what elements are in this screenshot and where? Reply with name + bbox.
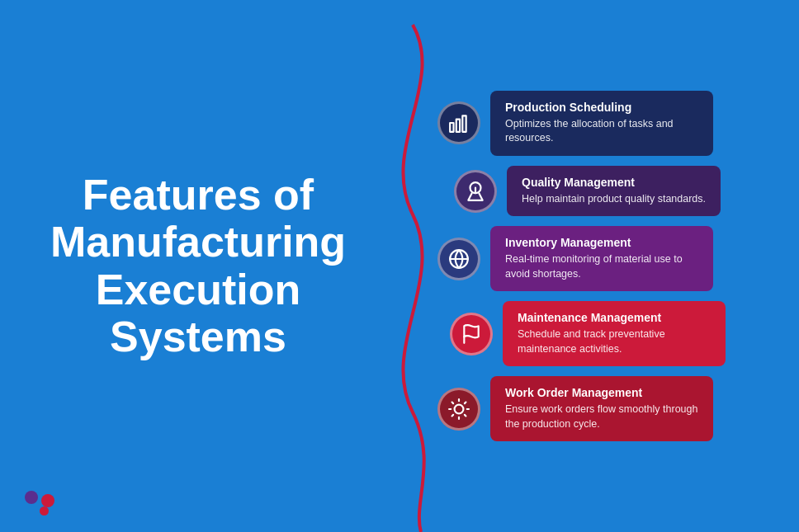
feature-item-inventory-management: Inventory Management Real-time monitorin… [396, 226, 799, 291]
inventory-management-icon [437, 238, 480, 280]
work-order-management-desc: Ensure work orders flow smoothly through… [505, 403, 698, 431]
work-order-management-title: Work Order Management [505, 386, 698, 399]
quality-management-desc: Help maintain product quality standards. [522, 192, 706, 207]
feature-item-maintenance-management: Maintenance Management Schedule and trac… [396, 301, 799, 366]
page-title: Features of Manufacturing Execution Syst… [41, 172, 355, 360]
quality-management-card: Quality Management Help maintain product… [507, 166, 721, 217]
quality-management-icon [454, 170, 497, 213]
maintenance-management-icon [450, 313, 493, 355]
svg-point-8 [455, 404, 464, 413]
features-list: Production Scheduling Optimizes the allo… [396, 74, 799, 459]
svg-rect-2 [462, 116, 466, 133]
inventory-management-title: Inventory Management [505, 236, 698, 249]
production-scheduling-card: Production Scheduling Optimizes the allo… [490, 91, 713, 156]
quality-management-title: Quality Management [522, 176, 706, 189]
feature-item-production-scheduling: Production Scheduling Optimizes the allo… [396, 91, 799, 156]
svg-rect-0 [450, 123, 453, 132]
left-section: Features of Manufacturing Execution Syst… [0, 139, 396, 393]
logo-circle-red-large [41, 494, 54, 507]
svg-line-16 [465, 402, 466, 403]
svg-line-12 [465, 415, 466, 417]
maintenance-management-title: Maintenance Management [518, 311, 711, 324]
logo-circle-red-small [40, 506, 49, 516]
feature-item-work-order-management: Work Order Management Ensure work orders… [396, 376, 799, 441]
work-order-management-icon [437, 388, 480, 431]
maintenance-management-desc: Schedule and track preventative maintena… [518, 327, 711, 356]
production-scheduling-icon [437, 101, 480, 144]
inventory-management-card: Inventory Management Real-time monitorin… [490, 226, 713, 291]
svg-line-15 [452, 415, 454, 417]
right-section: Production Scheduling Optimizes the allo… [396, 0, 799, 532]
production-scheduling-title: Production Scheduling [505, 101, 698, 114]
main-container: Features of Manufacturing Execution Syst… [0, 0, 799, 532]
feature-item-quality-management: Quality Management Help maintain product… [396, 166, 799, 217]
logo-circle-purple [25, 491, 38, 504]
svg-line-11 [452, 402, 454, 403]
inventory-management-desc: Real-time monitoring of material use to … [505, 252, 698, 281]
svg-rect-1 [456, 120, 460, 132]
work-order-management-card: Work Order Management Ensure work orders… [490, 376, 713, 441]
company-logo [25, 491, 54, 516]
production-scheduling-desc: Optimizes the allocation of tasks and re… [505, 117, 698, 146]
maintenance-management-card: Maintenance Management Schedule and trac… [503, 301, 726, 366]
